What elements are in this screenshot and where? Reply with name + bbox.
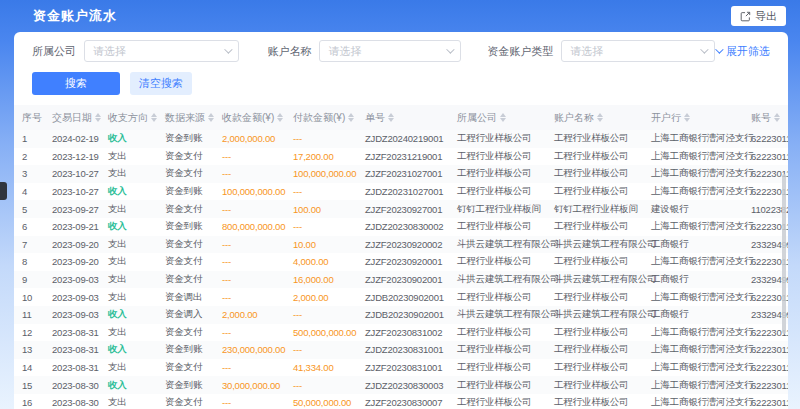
table-row: 22023-12-19支出资金支付---17,200.00ZJZF2023121…: [14, 148, 788, 166]
table-row: 52023-09-27支出资金支付---100.00ZJZF2023092700…: [14, 200, 788, 218]
cell-bank: 上海工商银行漕河泾支行: [647, 132, 747, 145]
cell-bank: 上海工商银行漕河泾支行: [647, 220, 747, 233]
cell-direction: 支出: [104, 255, 161, 268]
cell-index: 3: [14, 168, 48, 179]
cell-direction: 支出: [104, 203, 161, 216]
cell-account-name: 工程行业样板公司: [550, 379, 647, 392]
sort-icon[interactable]: [348, 113, 354, 122]
cell-account-no: 622230111: [747, 133, 788, 144]
cell-direction: 支出: [104, 167, 161, 180]
export-button[interactable]: 导出: [731, 6, 786, 26]
cell-direction: 支出: [104, 396, 161, 409]
column-header-direction[interactable]: 收支方向: [104, 111, 161, 125]
cell-bank: 上海工商银行漕河泾支行: [647, 326, 747, 339]
cell-receipt-amount: ---: [218, 239, 289, 250]
column-header-account-no[interactable]: 账号: [747, 111, 788, 125]
cell-account-no: 622230111: [747, 362, 788, 373]
column-label: 数据来源: [165, 111, 205, 125]
cell-account-no: 622230111: [747, 344, 788, 355]
cell-bank: 上海工商银行漕河泾支行: [647, 150, 747, 163]
cell-bank: 上海工商银行漕河泾支行: [647, 291, 747, 304]
drawer-handle[interactable]: [0, 182, 7, 200]
cell-direction: 支出: [104, 326, 161, 339]
cell-source: 资金到账: [161, 343, 218, 356]
sort-icon[interactable]: [684, 113, 690, 122]
expand-filters-link[interactable]: 展开筛选: [715, 44, 770, 59]
cell-bank: 建设银行: [647, 203, 747, 216]
sort-icon[interactable]: [500, 113, 506, 122]
vertical-scrollbar[interactable]: [782, 174, 786, 334]
cell-source: 资金支付: [161, 273, 218, 286]
account-name-select[interactable]: 请选择: [319, 40, 461, 62]
cell-source: 资金支付: [161, 396, 218, 409]
cell-order-no: ZJDZ20231027001: [361, 186, 453, 197]
export-icon: [740, 11, 751, 22]
sort-icon[interactable]: [597, 113, 603, 122]
cell-account-no: 622230111: [747, 397, 788, 408]
cell-account-name: 斗拱云建筑工程有限公司: [550, 273, 647, 286]
cell-source: 资金支付: [161, 203, 218, 216]
filter-label-account-name: 账户名称: [267, 44, 311, 59]
column-header-receipt-amount[interactable]: 收款金额(¥): [218, 111, 289, 125]
cell-source: 资金支付: [161, 150, 218, 163]
cell-order-no: ZJZF20230830007: [361, 397, 453, 408]
cell-direction: 收入: [104, 220, 161, 233]
cell-date: 2024-02-19: [48, 133, 104, 144]
column-header-order-no[interactable]: 单号: [361, 111, 453, 125]
cell-direction: 支出: [104, 150, 161, 163]
cell-receipt-amount: ---: [218, 256, 289, 267]
cell-bank: 上海工商银行漕河泾支行: [647, 185, 747, 198]
cell-direction: 收入: [104, 308, 161, 321]
cell-date: 2023-09-03: [48, 309, 104, 320]
cell-account-name: 工程行业样板公司: [550, 150, 647, 163]
cell-direction: 支出: [104, 361, 161, 374]
column-label: 账户名称: [554, 111, 594, 125]
company-select[interactable]: 请选择: [84, 40, 239, 62]
cell-index: 9: [14, 274, 48, 285]
table-row: 62023-09-21收入资金到账800,000,000.00---ZJDZ20…: [14, 218, 788, 236]
sort-icon[interactable]: [388, 113, 394, 122]
cell-payment-amount: ---: [289, 186, 361, 197]
cell-date: 2023-10-27: [48, 168, 104, 179]
sort-icon[interactable]: [277, 113, 283, 122]
account-type-select[interactable]: 请选择: [561, 40, 715, 62]
cell-payment-amount: 17,200.00: [289, 151, 361, 162]
cell-source: 资金支付: [161, 167, 218, 180]
table-row: 112023-09-03收入资金调入2,000.00---ZJDB2023090…: [14, 306, 788, 324]
cell-receipt-amount: ---: [218, 397, 289, 408]
sort-icon[interactable]: [95, 113, 101, 122]
cell-company: 工程行业样板公司: [453, 255, 550, 268]
cell-company: 工程行业样板公司: [453, 361, 550, 374]
clear-search-button[interactable]: 清空搜索: [130, 72, 192, 95]
table-row: 132023-08-31收入资金到账230,000,000.00---ZJDZ2…: [14, 341, 788, 359]
cell-direction: 支出: [104, 238, 161, 251]
column-header-account-name[interactable]: 账户名称: [550, 111, 647, 125]
column-header-date[interactable]: 交易日期: [48, 111, 104, 125]
cell-company: 工程行业样板公司: [453, 379, 550, 392]
cell-source: 资金到账: [161, 132, 218, 145]
cell-account-name: 工程行业样板公司: [550, 185, 647, 198]
column-header-source[interactable]: 数据来源: [161, 111, 218, 125]
column-header-bank[interactable]: 开户行: [647, 111, 747, 125]
column-header-payment-amount[interactable]: 付款金额(¥): [289, 111, 361, 125]
cell-bank: 上海工商银行漕河泾支行: [647, 167, 747, 180]
cell-company: 工程行业样板公司: [453, 185, 550, 198]
title-bar: 资金账户流水 导出: [0, 0, 800, 32]
table-header-row: 序号交易日期收支方向数据来源收款金额(¥)付款金额(¥)单号所属公司账户名称开户…: [14, 105, 788, 130]
cell-date: 2023-08-30: [48, 380, 104, 391]
sort-icon[interactable]: [151, 113, 157, 122]
cell-company: 工程行业样板公司: [453, 220, 550, 233]
cell-company: 工程行业样板公司: [453, 167, 550, 180]
column-header-company[interactable]: 所属公司: [453, 111, 550, 125]
cell-receipt-amount: 230,000,000.00: [218, 344, 289, 355]
cell-bank: 上海工商银行漕河泾支行: [647, 396, 747, 409]
sort-icon[interactable]: [774, 113, 780, 122]
search-button[interactable]: 搜索: [32, 72, 120, 95]
sort-icon[interactable]: [208, 113, 214, 122]
table-body: 12024-02-19收入资金到账2,000,000.00---ZJDZ2024…: [14, 130, 788, 409]
cell-receipt-amount: ---: [218, 274, 289, 285]
cell-bank: 工商银行: [647, 273, 747, 286]
column-label: 付款金额(¥): [293, 111, 345, 125]
cell-order-no: ZJZF20230831001: [361, 362, 453, 373]
cell-source: 资金到账: [161, 379, 218, 392]
